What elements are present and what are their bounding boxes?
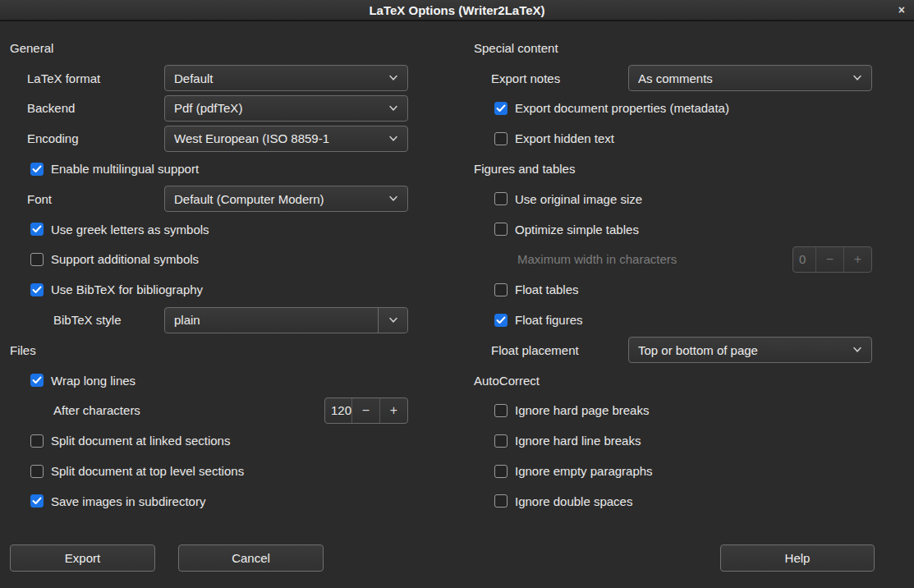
checkbox-label: Use original image size — [515, 192, 642, 206]
checkbox-label: Float tables — [515, 283, 579, 296]
checkbox-label: Ignore hard line breaks — [515, 434, 641, 448]
checkbox[interactable] — [30, 283, 44, 296]
chevron-down-icon — [379, 96, 407, 121]
checkbox-label: Ignore double spaces — [515, 494, 632, 508]
section-header: AutoCorrect — [474, 374, 540, 388]
checkbox[interactable] — [494, 465, 508, 478]
checkbox[interactable] — [30, 494, 44, 508]
checkbox-label: Split document at top level sections — [51, 464, 244, 478]
checkbox-row-split-linked-sections[interactable]: Split document at linked sections — [0, 425, 450, 456]
checkbox[interactable] — [494, 192, 508, 205]
checkbox-row-bibtex-bibliography[interactable]: Use BibTeX for bibliography — [0, 274, 450, 305]
chevron-down-icon — [379, 186, 407, 211]
plus-button[interactable]: + — [379, 398, 407, 423]
checkbox-row-greek-letters[interactable]: Use greek letters as symbols — [0, 214, 450, 245]
max-width-label: Maximum width in characters — [517, 252, 677, 266]
float-placement-label: Float placement — [491, 343, 579, 357]
checkbox[interactable] — [494, 314, 508, 327]
encoding-label: Encoding — [27, 131, 79, 145]
checkbox-row-float-figures[interactable]: Float figures — [464, 305, 914, 335]
backend-label: Backend — [27, 101, 75, 115]
checkbox-row-ignore-page-breaks[interactable]: Ignore hard page breaks — [464, 396, 914, 426]
checkbox-row-save-images-subdirectory[interactable]: Save images in subdirectory — [0, 486, 450, 517]
encoding-row: Encoding West European (ISO 8859-1 — [0, 123, 450, 154]
checkbox-label: Ignore hard page breaks — [515, 403, 649, 417]
section-header: Figures and tables — [474, 162, 575, 176]
section-files: Files — [0, 335, 450, 365]
chevron-down-icon — [379, 126, 407, 151]
bibtex-style-combobox[interactable]: plain — [164, 307, 408, 333]
checkbox-label: Support additional symbols — [51, 252, 199, 266]
export-notes-dropdown[interactable]: As comments — [628, 65, 872, 91]
minus-button: − — [815, 247, 843, 272]
checkbox-row-ignore-empty-paragraphs[interactable]: Ignore empty paragraphs — [464, 456, 914, 486]
section-autocorrect: AutoCorrect — [464, 365, 914, 396]
checkbox[interactable] — [30, 465, 44, 478]
float-placement-row: Float placement Top or bottom of page — [464, 335, 914, 365]
left-column: General LaTeX format Default Backend Pdf… — [0, 33, 450, 517]
spinner-value: 0 — [793, 247, 815, 272]
checkbox[interactable] — [494, 283, 508, 296]
checkbox-label: Export hidden text — [515, 131, 614, 145]
title-bar: LaTeX Options (Writer2LaTeX) × — [0, 0, 914, 21]
latex-format-label: LaTeX format — [27, 71, 100, 85]
bibtex-style-label: BibTeX style — [53, 313, 122, 327]
chevron-down-icon — [843, 66, 871, 90]
max-width-spinner: 0 − + — [792, 246, 872, 273]
checkbox[interactable] — [494, 223, 508, 236]
float-placement-dropdown[interactable]: Top or bottom of page — [628, 337, 872, 363]
checkbox[interactable] — [494, 494, 508, 508]
dialog-body: General LaTeX format Default Backend Pdf… — [0, 23, 914, 588]
checkbox-row-ignore-line-breaks[interactable]: Ignore hard line breaks — [464, 425, 914, 456]
after-characters-spinner[interactable]: 120 − + — [324, 397, 408, 424]
section-header: General — [10, 41, 53, 55]
export-button[interactable]: Export — [10, 544, 155, 572]
close-icon[interactable]: × — [898, 4, 905, 16]
checkbox-row-export-doc-properties[interactable]: Export document properties (metadata) — [464, 94, 914, 124]
section-special-content: Special content — [464, 33, 914, 63]
encoding-dropdown[interactable]: West European (ISO 8859-1 — [164, 126, 408, 152]
dropdown-value: As comments — [638, 71, 843, 85]
dropdown-value: Default — [174, 71, 379, 85]
dropdown-value: West European (ISO 8859-1 — [174, 131, 379, 145]
section-header: Files — [10, 343, 36, 357]
checkbox[interactable] — [30, 374, 44, 387]
checkbox-row-export-hidden-text[interactable]: Export hidden text — [464, 123, 914, 154]
checkbox-row-float-tables[interactable]: Float tables — [464, 274, 914, 305]
combobox-value[interactable]: plain — [174, 313, 378, 327]
checkbox-label: Optimize simple tables — [515, 223, 639, 237]
checkbox[interactable] — [494, 434, 508, 448]
checkbox[interactable] — [494, 404, 508, 417]
checkbox[interactable] — [30, 223, 44, 236]
after-characters-label: After characters — [53, 403, 140, 417]
checkbox[interactable] — [30, 163, 44, 176]
minus-button[interactable]: − — [351, 398, 379, 423]
checkbox-row-split-top-level-sections[interactable]: Split document at top level sections — [0, 456, 450, 486]
checkbox-row-additional-symbols[interactable]: Support additional symbols — [0, 245, 450, 275]
latex-format-dropdown[interactable]: Default — [164, 65, 408, 91]
help-button[interactable]: Help — [720, 544, 875, 572]
section-general: General — [0, 33, 450, 63]
checkbox-row-optimize-simple-tables[interactable]: Optimize simple tables — [464, 214, 914, 245]
backend-dropdown[interactable]: Pdf (pdfTeX) — [164, 95, 408, 122]
checkbox-row-enable-multilingual[interactable]: Enable multilingual support — [0, 154, 450, 184]
bibtex-style-row: BibTeX style plain — [0, 305, 450, 335]
checkbox-label: Ignore empty paragraphs — [515, 464, 653, 478]
checkbox-label: Split document at linked sections — [51, 434, 230, 448]
font-dropdown[interactable]: Default (Computer Modern) — [164, 186, 408, 212]
spinner-value[interactable]: 120 — [325, 398, 351, 423]
checkbox-row-original-image-size[interactable]: Use original image size — [464, 184, 914, 214]
checkbox[interactable] — [494, 102, 508, 115]
export-notes-row: Export notes As comments — [464, 63, 914, 94]
checkbox[interactable] — [494, 132, 508, 145]
dropdown-value: Default (Computer Modern) — [174, 192, 379, 206]
cancel-button[interactable]: Cancel — [178, 544, 324, 572]
window-title: LaTeX Options (Writer2LaTeX) — [369, 3, 544, 17]
checkbox[interactable] — [30, 434, 44, 448]
checkbox-row-ignore-double-spaces[interactable]: Ignore double spaces — [464, 486, 914, 517]
checkbox[interactable] — [30, 253, 44, 266]
checkbox-row-wrap-long-lines[interactable]: Wrap long lines — [0, 365, 450, 396]
export-notes-label: Export notes — [491, 71, 560, 85]
chevron-down-icon[interactable] — [378, 308, 407, 333]
latex-format-row: LaTeX format Default — [0, 63, 450, 94]
